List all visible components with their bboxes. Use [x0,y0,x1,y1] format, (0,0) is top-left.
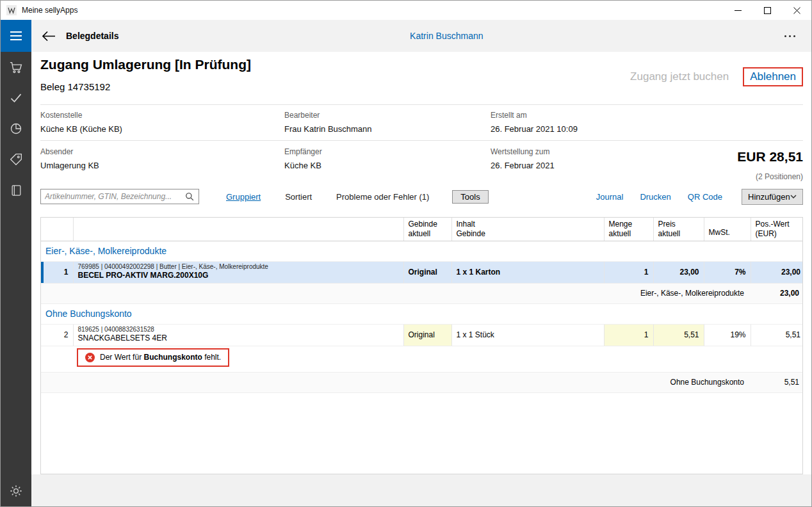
cell-mwst: 7% [704,261,751,283]
cart-icon [10,61,23,74]
cell-article: 769985 | 04000492002298 | Butter | Eier-… [73,261,403,283]
back-arrow-icon [42,31,56,42]
error-icon [85,353,95,362]
grouped-toggle[interactable]: Gruppiert [226,192,261,202]
field-erstellt-am: Erstellt am 26. Februar 2021 10:09 [491,111,578,134]
group-header-molkereiprodukte[interactable]: Eier-, Käse-, Molkereiprodukte [41,241,803,261]
positions-table-container: Gebinde aktuell Inhalt Gebinde Menge akt… [40,217,803,474]
app-window: Meine sellyApps Belegdetails Katrin Busc… [0,0,812,507]
sidebar-item-statistics[interactable] [1,113,31,144]
divider [40,140,803,141]
row-number: 2 [41,324,73,346]
group-footer-molkereiprodukte: Eier-, Käse-, Molkereiprodukte 23,00 [41,283,803,303]
validation-error-message: Der Wert für Buchungskonto fehlt. [77,348,229,367]
app-icon [6,5,17,15]
field-empfaenger: Empfänger Küche KB [284,147,322,170]
header-inhalt: Inhalt Gebinde [451,218,604,241]
toolbar-right: Journal Drucken QR Code Hinzufügen [596,189,803,205]
main-area: Zugang Umlagerung [In Prüfung] Beleg 147… [31,52,811,506]
reject-button[interactable]: Ablehnen [743,67,803,86]
sidebar-item-settings[interactable] [1,476,31,506]
field-absender: Absender Umlagerung KB [40,147,99,170]
field-bearbeiter: Bearbeiter Frau Katrin Buschmann [284,111,372,134]
article-meta: 819625 | 04008832631528 [78,326,399,334]
chevron-down-icon [790,195,797,198]
cell-gebinde: Original [403,261,451,283]
close-button[interactable] [782,1,811,20]
header-gebinde: Gebinde aktuell [403,218,451,241]
pie-chart-icon [10,122,22,135]
total-amount: EUR 28,51 [737,149,803,165]
header-mwst: MwSt. [704,218,751,241]
sidebar-item-documents[interactable] [1,175,31,205]
tools-button[interactable]: Tools [452,190,488,204]
add-dropdown-button[interactable]: Hinzufügen [742,189,803,205]
cell-menge: 1 [604,324,653,346]
back-button[interactable] [39,26,58,45]
document-actions: Zugang jetzt buchen Ablehnen [630,67,803,86]
positions-table: Gebinde aktuell Inhalt Gebinde Menge akt… [41,218,803,393]
cell-inhalt: 1 x 1 Karton [451,261,604,283]
maximize-button[interactable] [752,1,782,20]
document-details: Zugang Umlagerung [In Prüfung] Beleg 147… [31,52,811,474]
positions-toolbar: Gruppiert Sortiert Probleme oder Fehler … [40,188,803,205]
article-meta: 769985 | 04000492002298 | Butter | Eier-… [78,263,399,271]
position-row-2[interactable]: 2 819625 | 04008832631528 SNACKGABELSETS… [41,324,803,346]
window-title: Meine sellyApps [22,6,77,15]
more-icon [784,35,786,37]
sorted-toggle[interactable]: Sortiert [285,192,312,202]
header-menge: Menge aktuell [604,218,653,241]
tag-icon [10,153,22,166]
validation-error-row: Der Wert für Buchungskonto fehlt. [41,346,803,372]
qr-code-link[interactable]: QR Code [688,192,722,202]
group-footer-ohne-buchungskonto: Ohne Buchungskonto 5,51 [41,372,803,392]
gear-icon [10,485,22,497]
book-icon [10,184,22,197]
cell-inhalt: 1 x 1 Stück [451,324,604,346]
cell-article: 819625 | 04008832631528 SNACKGABELSETS 4… [73,324,403,346]
cell-wert: 5,51 [751,324,803,346]
table-header-row: Gebinde aktuell Inhalt Gebinde Menge akt… [41,218,803,241]
hamburger-icon [10,31,22,40]
check-icon [10,92,22,104]
cell-mwst: 19% [704,324,751,346]
cell-preis: 23,00 [653,261,704,283]
sidebar-item-cart[interactable] [1,52,31,83]
problems-filter[interactable]: Probleme oder Fehler (1) [336,192,429,202]
titlebar: Meine sellyApps [1,1,811,20]
search-icon[interactable] [181,192,199,201]
article-name: SNACKGABELSETS 4ER [78,334,399,344]
search-input[interactable] [41,189,181,204]
article-name: BECEL PRO-AKTIV MARG.200X10G [78,271,399,281]
book-now-button[interactable]: Zugang jetzt buchen [630,70,729,83]
minimize-button[interactable] [723,1,752,20]
current-user-link[interactable]: Katrin Buschmann [410,31,483,41]
field-wertstellung: Wertstellung zum 26. Februar 2021 [491,147,555,170]
print-link[interactable]: Drucken [640,192,670,202]
header-wert: Pos.-Wert (EUR) [751,218,803,241]
document-number: Beleg 14735192 [40,81,110,92]
group-header-ohne-buchungskonto[interactable]: Ohne Buchungskonto [41,303,803,324]
position-count: (2 Positionen) [756,172,803,181]
document-title: Zugang Umlagerung [In Prüfung] [40,57,251,72]
cell-preis: 5,51 [653,324,704,346]
divider [40,104,803,105]
article-search [40,189,199,204]
sidebar [1,52,31,506]
sidebar-item-articles[interactable] [1,144,31,175]
page-title: Belegdetails [66,31,118,41]
header-preis: Preis aktuell [653,218,704,241]
journal-link[interactable]: Journal [596,192,624,202]
sidebar-item-approvals[interactable] [1,83,31,113]
more-options-button[interactable] [777,20,802,52]
hamburger-menu-button[interactable] [1,20,31,52]
cell-menge: 1 [604,261,653,283]
field-kostenstelle: Kostenstelle Küche KB (Küche KB) [40,111,122,134]
cell-wert: 23,00 [751,261,803,283]
row-number: 1 [41,261,73,283]
appbar: Belegdetails Katrin Buschmann [1,20,811,52]
cell-gebinde: Original [403,324,451,346]
position-row-1[interactable]: 1 769985 | 04000492002298 | Butter | Eie… [41,261,803,283]
